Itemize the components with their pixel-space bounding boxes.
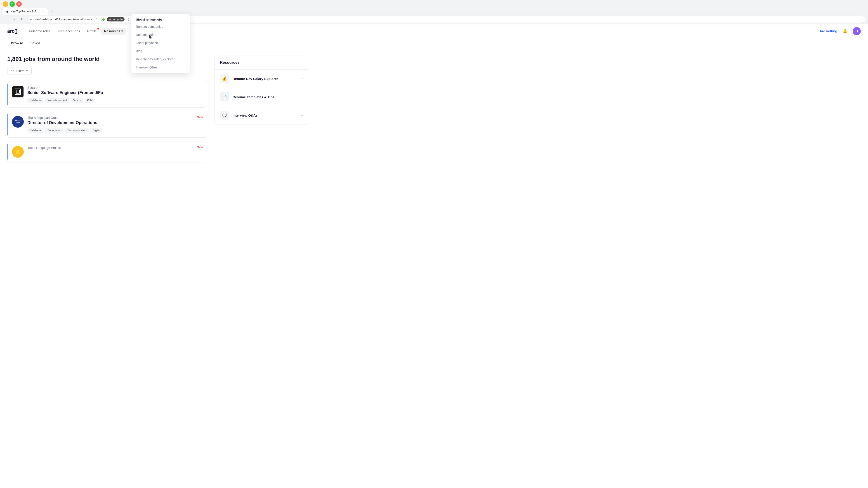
page: arc() Full-time roles Freelance jobs Pro… xyxy=(0,24,868,488)
browser-chrome: − □ × ⬤ Hire Top Remote Software Dev... … xyxy=(0,0,868,24)
reload-button[interactable]: ↻ xyxy=(19,16,25,22)
incognito-badge[interactable]: 🕵️ Incognito xyxy=(107,17,125,22)
dropdown-item-salary-explorer[interactable]: Remote dev salary explorer xyxy=(131,55,190,63)
resource-label: Interview Q&As xyxy=(232,113,296,117)
incognito-label: Incognito xyxy=(113,18,123,21)
profile-notification-dot xyxy=(97,28,99,30)
tab-bar: ⬤ Hire Top Remote Software Dev... × + xyxy=(0,8,868,15)
arrow-icon: → xyxy=(300,113,304,118)
logo[interactable]: arc() xyxy=(7,28,18,34)
company-logo-square xyxy=(12,86,24,98)
nav-resources[interactable]: Resources ▾ xyxy=(101,28,126,35)
job-card-accent xyxy=(7,84,8,105)
subnav-browse[interactable]: Browse xyxy=(7,38,27,48)
site-header: arc() Full-time roles Freelance jobs Pro… xyxy=(0,24,868,38)
dropdown-item-interview-qas[interactable]: Interview Q&As xyxy=(131,63,190,71)
job-tag: PHP xyxy=(85,98,95,103)
notifications-button[interactable]: 🔔 xyxy=(841,27,849,35)
header-right: Arc vetting 🔔 U xyxy=(819,27,861,35)
company-name: Square xyxy=(27,86,202,90)
job-card[interactable]: Square Senior Software Engineer (Fronten… xyxy=(7,81,207,107)
active-tab[interactable]: ⬤ Hire Top Remote Software Dev... × xyxy=(3,8,48,15)
dropdown-item-resume-guide[interactable]: Resume guide xyxy=(131,31,190,39)
job-title: Senior Software Engineer (Frontend/Fu xyxy=(27,90,202,95)
address-bar-row: ← → ↻ arc.dev/dashboard/d/global-remote-… xyxy=(0,15,868,24)
job-tag: Communication xyxy=(65,128,88,133)
job-card-accent xyxy=(7,144,8,160)
job-card-accent xyxy=(7,114,8,135)
arc-vetting-link[interactable]: Arc vetting xyxy=(819,29,837,33)
new-badge: New xyxy=(197,145,203,149)
job-card[interactable]: 🌟 Yuchi Language Project New xyxy=(7,141,207,162)
job-tag: Digital xyxy=(90,128,102,133)
job-card-body: The Bridgespan Group Director of Develop… xyxy=(27,116,202,133)
close-button[interactable]: × xyxy=(16,1,22,7)
sub-nav: Browse Saved xyxy=(0,38,868,48)
bridgespan-inner: BRIDGESPAN xyxy=(15,120,20,123)
job-card-body: Square Senior Software Engineer (Fronten… xyxy=(27,86,202,103)
extensions-icon[interactable]: 🧩 xyxy=(100,17,105,22)
nav-fulltime[interactable]: Full-time roles xyxy=(26,27,53,35)
resource-label: Resume Templates & Tips xyxy=(232,95,296,99)
job-tag: Database xyxy=(27,128,43,133)
filter-icon: ⚙ xyxy=(11,69,14,73)
resource-label: Remote Dev Salary Explorer xyxy=(232,77,296,80)
right-column: Resources 💰 Remote Dev Salary Explorer →… xyxy=(214,56,309,166)
new-tab-button[interactable]: + xyxy=(49,8,55,15)
job-title: Director of Development Operations xyxy=(27,121,202,125)
job-card-body: Yuchi Language Project xyxy=(27,146,202,158)
user-avatar[interactable]: U xyxy=(852,27,861,35)
bookmark-icon[interactable]: ☆ xyxy=(94,17,99,22)
job-tags: Database Website content Vue.js PHP xyxy=(27,98,202,103)
dropdown-item-remote-companies[interactable]: Remote companies xyxy=(131,23,190,31)
job-tag: Vue.js xyxy=(71,98,83,103)
resource-item-resume[interactable]: 📄 Resume Templates & Tips → xyxy=(215,88,309,106)
new-badge: New xyxy=(197,116,203,119)
job-card[interactable]: BRIDGESPAN The Bridgespan Group Director… xyxy=(7,111,207,138)
dropdown-item-talent-playbook[interactable]: Talent playbook xyxy=(131,39,190,47)
job-tags: Database Foundation Communication Digita… xyxy=(27,128,202,133)
interview-icon: 💬 xyxy=(220,111,229,120)
nav-profile[interactable]: Profile xyxy=(85,27,100,35)
company-logo-bridgespan: BRIDGESPAN xyxy=(12,116,24,128)
tab-favicon: ⬤ xyxy=(6,10,9,13)
resource-item-interview[interactable]: 💬 Interview Q&As → xyxy=(215,106,309,124)
company-logo-yuchi: 🌟 xyxy=(12,146,24,158)
job-tag: Foundation xyxy=(45,128,63,133)
resources-panel: Resources 💰 Remote Dev Salary Explorer →… xyxy=(214,56,309,125)
resume-icon: 📄 xyxy=(220,92,229,101)
maximize-button[interactable]: □ xyxy=(9,1,15,7)
resources-chevron-icon: ▾ xyxy=(121,29,123,33)
square-logo-inner xyxy=(15,89,21,95)
forward-button[interactable]: → xyxy=(11,16,17,22)
tab-close-button[interactable]: × xyxy=(41,10,45,13)
arrow-icon: → xyxy=(300,95,304,99)
minimize-button[interactable]: − xyxy=(3,1,8,7)
window-controls[interactable]: − □ × xyxy=(3,1,22,7)
back-button[interactable]: ← xyxy=(3,16,9,22)
tab-title: Hire Top Remote Software Dev... xyxy=(11,10,39,13)
nav-freelance[interactable]: Freelance jobs xyxy=(55,27,83,35)
company-name: Yuchi Language Project xyxy=(27,146,202,150)
address-bar-actions: ☆ 🧩 🕵️ Incognito ⋮ xyxy=(94,17,131,22)
address-bar-url: arc.dev/dashboard/d/global-remote-jobs/b… xyxy=(30,18,92,21)
dropdown-item-blog[interactable]: Blog xyxy=(131,47,190,55)
titlebar: − □ × xyxy=(0,0,868,8)
job-tag: Website content xyxy=(45,98,69,103)
more-options-icon[interactable]: ⋮ xyxy=(126,17,131,22)
arrow-icon: → xyxy=(300,76,304,81)
resources-heading: Resources xyxy=(215,56,309,70)
company-name: The Bridgespan Group xyxy=(27,116,202,120)
filters-chevron-icon: ▾ xyxy=(26,69,28,73)
filters-button[interactable]: ⚙ Filters ▾ xyxy=(7,67,32,75)
subnav-saved[interactable]: Saved xyxy=(27,38,43,48)
job-tag: Database xyxy=(27,98,43,103)
resource-item-salary[interactable]: 💰 Remote Dev Salary Explorer → xyxy=(215,70,309,88)
dropdown-section-header: Global remote jobs xyxy=(131,15,190,23)
resources-dropdown: Global remote jobs Remote companies Resu… xyxy=(131,13,190,73)
salary-icon: 💰 xyxy=(220,74,229,83)
incognito-icon: 🕵️ xyxy=(108,18,112,21)
